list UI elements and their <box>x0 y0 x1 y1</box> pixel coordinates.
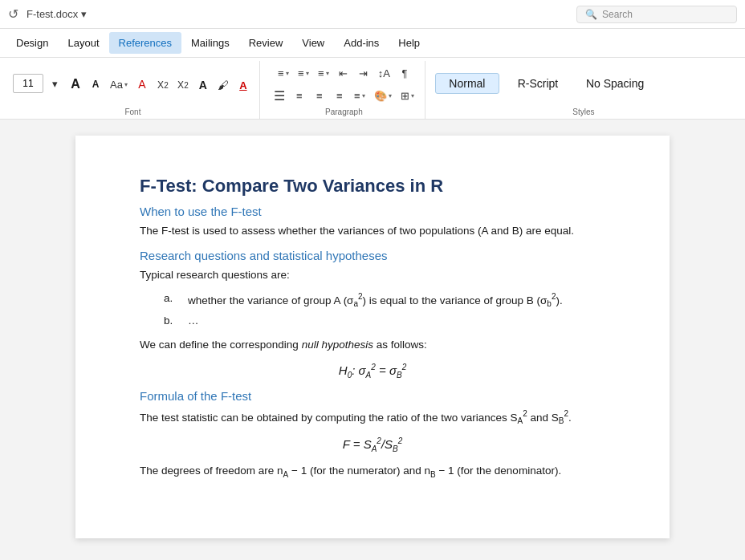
justify-btn[interactable]: ≡ <box>330 85 349 106</box>
subscript-btn[interactable]: X2 <box>153 75 173 95</box>
menu-design[interactable]: Design <box>6 32 58 54</box>
italic-null-hypothesis: null hypothesis <box>302 339 373 351</box>
style-nospacing-preview: No Spacing <box>586 77 644 90</box>
body-research-intro: Typical research questions are: <box>140 267 605 283</box>
document-page: F-Test: Compare Two Variances in R When … <box>75 136 670 538</box>
font-size-input[interactable] <box>13 74 43 93</box>
menu-addins[interactable]: Add-ins <box>334 32 389 54</box>
highlight-color-btn[interactable]: 🖌 <box>214 75 233 95</box>
text-underline-btn[interactable]: A <box>234 75 253 95</box>
menu-bar: Design Layout References Mailings Review… <box>0 29 745 58</box>
style-normal-preview: Normal <box>449 77 485 90</box>
document-area: F-Test: Compare Two Variances in R When … <box>0 120 745 554</box>
formula-f-test: F = SA2/SB2 <box>140 436 605 453</box>
menu-references[interactable]: References <box>109 32 181 54</box>
text-effects-btn[interactable]: A <box>132 74 152 95</box>
font-size-dropdown[interactable]: ▾ <box>45 73 64 94</box>
decrease-indent-btn[interactable]: ⇤ <box>334 63 353 83</box>
search-box[interactable]: 🔍 Search <box>576 6 737 23</box>
menu-view[interactable]: View <box>292 32 334 54</box>
section-research: Research questions and statistical hypot… <box>140 249 605 379</box>
heading-formula: Formula of the F-test <box>140 389 605 403</box>
decrease-font-btn[interactable]: A <box>86 74 105 95</box>
font-group-label: Font <box>13 106 253 119</box>
list-label-b: b. <box>164 313 180 329</box>
show-formatting-btn[interactable]: ¶ <box>395 63 414 83</box>
style-rscript-preview: R-Script <box>518 77 559 90</box>
body-degrees-of-freedom: The degrees of freedom are nA − 1 (for t… <box>140 463 605 481</box>
window-icon: ↺ <box>8 6 18 22</box>
search-icon: 🔍 <box>585 9 597 20</box>
numbering-btn[interactable]: ≡▾ <box>294 63 313 83</box>
font-group: ▾ A A Aa▾ A X2 X2 A 🖌 A <box>6 61 260 119</box>
title-bar: ↺ F-test.docx ▾ 🔍 Search <box>0 0 745 29</box>
multilevel-list-btn[interactable]: ≡▾ <box>314 63 333 83</box>
section-formula: Formula of the F-test The test statistic… <box>140 389 605 481</box>
ribbon: ▾ A A Aa▾ A X2 X2 A 🖌 A <box>0 58 745 120</box>
bullets-btn[interactable]: ≡▾ <box>274 63 293 83</box>
shading-btn[interactable]: 🎨▾ <box>370 85 396 106</box>
line-spacing-btn[interactable]: ≡▾ <box>350 85 369 106</box>
increase-font-btn[interactable]: A <box>66 74 85 95</box>
increase-indent-btn[interactable]: ⇥ <box>354 63 373 83</box>
borders-btn[interactable]: ⊞▾ <box>397 85 418 106</box>
styles-group-label: Styles <box>429 106 739 119</box>
body-null-hypothesis-intro: We can define the corresponding null hyp… <box>140 337 605 353</box>
heading-research: Research questions and statistical hypot… <box>140 249 605 262</box>
style-normal[interactable]: Normal <box>435 73 499 94</box>
change-case-btn[interactable]: Aa▾ <box>106 74 132 95</box>
section-when-to-use: When to use the F-test The F-test is use… <box>140 205 605 239</box>
title-bar-filename: F-test.docx ▾ <box>26 8 87 20</box>
menu-review[interactable]: Review <box>239 32 293 54</box>
list-item-a: a. whether the variance of group A (σa2)… <box>164 290 605 310</box>
align-center-btn[interactable]: ≡ <box>290 85 309 106</box>
list-text-b: … <box>188 313 199 329</box>
superscript-btn[interactable]: X2 <box>173 75 193 95</box>
body-when-to-use: The F-test is used to assess whether the… <box>140 223 605 239</box>
heading-when-to-use: When to use the F-test <box>140 205 605 218</box>
paragraph-group: ≡▾ ≡▾ ≡▾ ⇤ ⇥ ↕A ¶ ☰ ≡ ≡ ≡ ≡▾ 🎨▾ ⊞▾ <box>263 61 425 119</box>
style-nospacing[interactable]: No Spacing <box>576 74 653 93</box>
paragraph-group-label: Paragraph <box>270 106 418 119</box>
document-title: F-Test: Compare Two Variances in R <box>140 176 605 197</box>
body-formula-intro: The test statistic can be obtained by co… <box>140 408 605 427</box>
list-text-a: whether the variance of group A (σa2) is… <box>188 290 563 310</box>
formula-null-hypothesis: H0: σA2 = σB2 <box>140 363 605 379</box>
list-label-a: a. <box>164 290 180 310</box>
sort-btn[interactable]: ↕A <box>374 63 394 83</box>
list-item-b: b. … <box>164 313 605 329</box>
menu-help[interactable]: Help <box>389 32 429 54</box>
align-right-btn[interactable]: ≡ <box>310 85 329 106</box>
search-placeholder: Search <box>602 9 633 20</box>
align-left-btn[interactable]: ☰ <box>270 85 289 106</box>
style-rscript[interactable]: R-Script <box>506 74 570 93</box>
font-color-btn[interactable]: A <box>193 75 213 95</box>
menu-layout[interactable]: Layout <box>58 32 108 54</box>
menu-mailings[interactable]: Mailings <box>181 32 239 54</box>
